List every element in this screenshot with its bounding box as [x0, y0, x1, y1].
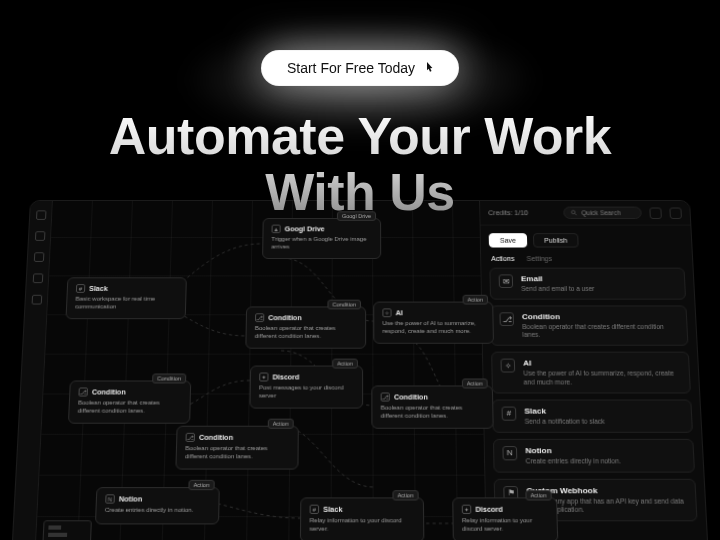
condition-icon: ⎇	[499, 312, 514, 326]
node-title: Discord	[273, 374, 300, 381]
node-desc: Trigger when a Google Drive image arrive…	[271, 236, 372, 250]
action-condition[interactable]: ⎇ ConditionBoolean operator that creates…	[490, 306, 688, 346]
branch-icon: ⎇	[185, 433, 195, 442]
node-title: AI	[396, 309, 403, 316]
node-chip: Condition	[327, 300, 361, 310]
tool-frame-icon[interactable]	[32, 273, 43, 283]
node-desc: Post messages to your discord server	[259, 384, 354, 399]
pointer-cursor-icon	[421, 60, 437, 76]
node-title: Slack	[323, 506, 342, 513]
node-title: Googl Drive	[285, 226, 325, 233]
cta-label: Start For Free Today	[287, 60, 415, 76]
email-icon: ✉	[499, 274, 513, 288]
branch-icon: ⎇	[381, 392, 390, 401]
action-desc: Send a notification to slack	[525, 417, 605, 425]
node-title: Condition	[268, 314, 301, 321]
node-condition-1[interactable]: Condition ⎇Condition Boolean operator th…	[245, 306, 366, 348]
notion-icon: N	[105, 494, 115, 503]
action-title: Notion	[525, 446, 620, 455]
node-desc: Boolean operator that creates different …	[78, 400, 182, 415]
action-title: Condition	[522, 312, 678, 321]
action-slack[interactable]: # SlackSend a notification to slack	[492, 399, 693, 432]
node-title: Condition	[92, 388, 126, 395]
slack-icon: #	[502, 406, 517, 420]
node-chip: Action	[462, 295, 488, 305]
notion-icon: N	[502, 446, 517, 460]
start-free-button[interactable]: Start For Free Today	[261, 50, 459, 86]
action-title: AI	[523, 359, 680, 368]
node-chip: Action	[188, 480, 215, 490]
action-notion[interactable]: N NotionCreate entries directly in notio…	[493, 439, 695, 473]
workflow-canvas[interactable]: Googl Drive ▲Googl Drive Trigger when a …	[35, 201, 485, 540]
node-slack[interactable]: #Slack Basic workspace for real time com…	[65, 277, 186, 319]
node-desc: Relay information to your discord server…	[462, 517, 549, 533]
branch-icon: ⎇	[78, 387, 88, 396]
node-title: Notion	[119, 495, 142, 502]
node-ai[interactable]: Action ✧AI Use the power of AI to summar…	[373, 302, 494, 344]
action-email[interactable]: ✉ EmailSend and email to a user	[489, 268, 686, 300]
node-chip: Action	[332, 359, 358, 369]
branch-icon: ⎇	[255, 313, 264, 322]
node-title: Condition	[394, 393, 428, 400]
tool-layers-icon[interactable]	[31, 295, 42, 305]
node-chip: Action	[267, 419, 293, 429]
headline-line-2: With Us	[265, 163, 455, 221]
node-condition-3[interactable]: Action ⎇Condition Boolean operator that …	[371, 385, 493, 428]
node-discord-2[interactable]: Action ✦Discord Relay information to you…	[452, 497, 558, 540]
node-chip: Action	[392, 490, 419, 500]
node-chip: Action	[462, 378, 488, 388]
discord-icon: ✦	[259, 373, 268, 382]
app-mock: Googl Drive ▲Googl Drive Trigger when a …	[11, 200, 709, 540]
slack-icon: #	[76, 284, 86, 293]
node-chip: Action	[525, 490, 552, 500]
node-notion[interactable]: Action NNotion Create entries directly i…	[95, 487, 220, 524]
node-condition-2[interactable]: Condition ⎇Condition Boolean operator th…	[68, 380, 191, 423]
hero-headline: Automate Your Work With Us	[0, 108, 720, 220]
slack-icon: #	[310, 505, 320, 514]
node-desc: Boolean operator that creates different …	[185, 445, 289, 460]
save-button[interactable]: Save	[489, 233, 528, 247]
node-title: Slack	[89, 285, 108, 292]
publish-button[interactable]: Publish	[533, 233, 579, 247]
node-condition-4[interactable]: Action ⎇Condition Boolean operator that …	[175, 426, 299, 470]
node-desc: Use the power of AI to summarize, respon…	[382, 320, 484, 335]
action-ai[interactable]: ✧ AIUse the power of AI to summarize, re…	[491, 352, 691, 393]
action-title: Email	[521, 274, 594, 283]
node-title: Condition	[199, 434, 233, 441]
node-google-drive[interactable]: Googl Drive ▲Googl Drive Trigger when a …	[262, 218, 381, 259]
action-desc: Boolean operator that creates different …	[522, 323, 679, 339]
discord-icon: ✦	[462, 505, 472, 514]
tab-actions[interactable]: Actions	[491, 255, 514, 262]
action-desc: Use the power of AI to summarize, respon…	[523, 370, 681, 386]
panel-buttons: Save Publish	[480, 226, 691, 250]
minimap[interactable]	[42, 520, 92, 540]
node-chip: Condition	[152, 374, 186, 384]
tool-minus-icon[interactable]	[33, 252, 44, 262]
panel-tabs: Actions Settings	[481, 249, 693, 265]
node-slack-2[interactable]: Action #Slack Relay information to your …	[300, 497, 424, 540]
drive-icon: ▲	[272, 225, 281, 234]
hero: Start For Free Today Automate Your Work …	[0, 0, 720, 220]
node-desc: Boolean operator that creates different …	[255, 325, 357, 340]
ai-icon: ✧	[500, 359, 515, 373]
action-desc: Create entries directly in notion.	[526, 457, 622, 465]
action-desc: Send and email to a user	[521, 285, 595, 293]
headline-line-1: Automate Your Work	[109, 107, 611, 165]
action-title: Slack	[524, 406, 604, 415]
ai-icon: ✧	[382, 308, 391, 317]
node-desc: Create entries directly in notion.	[105, 507, 210, 515]
node-discord-1[interactable]: Action ✦Discord Post messages to your di…	[249, 366, 363, 409]
tab-settings[interactable]: Settings	[526, 255, 552, 262]
action-list: ✉ EmailSend and email to a user ⎇ Condit…	[481, 266, 706, 530]
right-panel: Credits: 1/10 Quick Search Save Publish …	[479, 201, 708, 540]
node-desc: Boolean operator that creates different …	[381, 405, 485, 420]
node-title: Discord	[475, 506, 502, 513]
node-desc: Relay information to your discord server…	[309, 517, 414, 533]
app-mock-wrap: Googl Drive ▲Googl Drive Trigger when a …	[30, 200, 690, 540]
tool-plus-icon[interactable]	[34, 231, 45, 241]
node-desc: Basic workspace for real time communicat…	[75, 296, 177, 311]
